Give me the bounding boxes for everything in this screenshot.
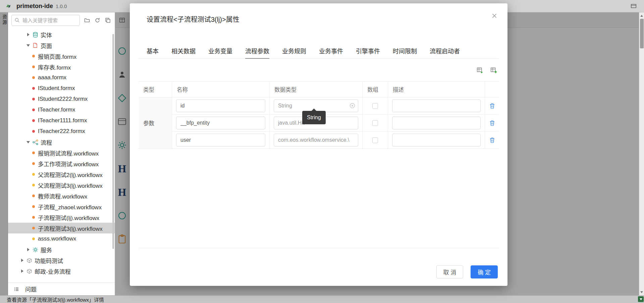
trash-icon[interactable] [489,120,495,126]
param-name-cell [172,115,270,132]
param-desc-cell [388,132,485,149]
sync-params-icon[interactable] [477,67,484,74]
tree-item[interactable]: 子流程_zhaoel.workflowx [8,201,115,212]
param-group-label: 参数 [139,97,172,149]
array-checkbox[interactable] [372,137,378,143]
scrollbar-thumb[interactable] [640,19,644,48]
tree-item[interactable]: 报销页面.formx [8,51,115,61]
param-desc-input[interactable] [392,117,481,129]
sidebar-scrollbar-thumb[interactable] [112,34,114,249]
tree-item[interactable]: 子流程测试(lj).workflowx [8,212,115,223]
chevron-right-icon[interactable] [25,247,31,252]
tree-group-item[interactable]: 实体 [8,29,115,40]
file-dot-icon [32,237,35,240]
tab-5[interactable]: 业务事件 [319,46,343,58]
chevron-down-icon[interactable] [25,139,31,145]
tab-3[interactable]: 流程参数 [245,46,269,59]
file-dot-icon [32,184,35,186]
refresh-icon[interactable] [94,16,101,24]
tab-0[interactable]: 基本 [147,46,159,58]
datatype-tooltip: String [302,111,326,124]
tab-4[interactable]: 业务规则 [282,46,306,58]
tree-group-item[interactable]: 流程 [8,137,115,147]
scroll-down-arrow[interactable] [639,290,644,295]
chevron-right-icon[interactable] [25,32,31,37]
array-checkbox[interactable] [372,120,378,126]
tab-6[interactable]: 引擎事件 [356,46,380,58]
close-icon[interactable] [491,13,497,19]
tree-item[interactable]: 父流程测试2(lj).workflowx [8,169,115,180]
param-name-input[interactable] [176,134,265,146]
vertical-scrollbar[interactable] [639,12,644,295]
chevron-right-icon[interactable] [19,258,25,263]
gear-icon [32,247,38,253]
status-corner-icon[interactable] [638,296,644,302]
tree-item-label: 多工作项测试.workflowx [38,160,99,168]
tree-item[interactable]: ITeacher222.formx [8,126,115,137]
resources-rail-tab[interactable]: 资源 [0,12,8,25]
left-rail: 资源 [0,12,8,295]
array-checkbox[interactable] [372,103,378,109]
cancel-button[interactable]: 取 消 [436,265,464,278]
trash-icon[interactable] [489,137,495,143]
tree-group-item[interactable]: 功能码测试 [8,255,115,266]
tree-item[interactable]: IStudent.formx [8,83,115,94]
param-desc-cell [388,97,485,115]
problems-panel-toggle[interactable]: 问题 [8,283,115,295]
tab-2[interactable]: 业务变量 [208,46,232,58]
tree-item-label: 子流程测试3(lj).workflowx [38,224,103,232]
ok-button[interactable]: 确 定 [471,265,498,278]
tree-item[interactable]: 父流程测试3(lj).workflowx [8,180,115,190]
scroll-up-arrow[interactable] [639,13,644,18]
param-desc-input[interactable] [392,134,481,146]
tab-8[interactable]: 流程启动者 [430,46,460,58]
file-dot-icon [32,216,35,219]
param-datatype-input[interactable] [274,134,358,146]
tree-item[interactable]: asss.workflowx [8,233,115,244]
tree-item[interactable]: 教师流程.workflowx [8,190,115,201]
tree-item[interactable]: 子流程测试3(lj).workflowx [8,223,115,233]
tree-item[interactable]: 多工作项测试.workflowx [8,158,115,169]
param-name-cell [172,132,270,149]
dialog-tabs: 基本相关数据业务变量流程参数业务规则业务事件引擎事件时间限制流程启动者 [139,46,499,59]
problems-label: 问题 [25,285,37,293]
tree-item[interactable]: IStudent2222.formx [8,94,115,104]
param-desc-input[interactable] [392,99,481,112]
tree-item-label: ITeacher.formx [38,106,75,113]
tree-group-item[interactable]: 页面 [8,40,115,51]
datatype-field [274,134,358,146]
file-dot-icon [32,173,35,176]
chevron-right-icon[interactable] [19,268,25,274]
tree-item-label: 子流程_zhaoel.workflowx [38,203,102,211]
tree-item[interactable]: aaaa.formx [8,72,115,83]
folder-icon[interactable] [84,16,90,24]
tree-item[interactable]: 报销测试流程.workflowx [8,147,115,158]
file-dot-icon [32,98,35,100]
clear-icon[interactable] [350,103,355,109]
chevron-down-icon[interactable] [25,43,31,48]
collapse-all-icon[interactable] [105,16,111,24]
file-dot-icon [32,87,35,90]
param-name-input[interactable] [176,117,265,129]
param-array-cell [363,115,388,132]
window-panel-icon[interactable] [631,3,637,9]
tree-group-label: 流程 [41,138,52,146]
trash-icon[interactable] [489,103,495,109]
tree-item[interactable]: ITeacher1111.formx [8,115,115,126]
tree-item[interactable]: 库存表.formx [8,61,115,72]
tab-7[interactable]: 时间限制 [393,46,417,58]
tab-1[interactable]: 相关数据 [171,46,196,58]
search-input[interactable] [11,15,80,26]
param-name-input[interactable] [176,99,265,112]
resource-tree: 实体页面报销页面.formx库存表.formxaaaa.formxIStuden… [8,28,115,283]
tree-item-label: 报销测试流程.workflowx [38,149,99,157]
resource-sidebar: 实体页面报销页面.formx库存表.formxaaaa.formxIStuden… [8,12,115,295]
tree-item-label: 教师流程.workflowx [38,192,87,200]
tree-group-item[interactable]: 邮政-业务流程 [8,266,115,276]
flow-icon [32,139,38,145]
search-icon [14,17,20,23]
page-icon [32,42,38,48]
tree-item[interactable]: ITeacher.formx [8,104,115,115]
tree-group-item[interactable]: 服务 [8,244,115,255]
add-param-icon[interactable] [490,67,497,74]
